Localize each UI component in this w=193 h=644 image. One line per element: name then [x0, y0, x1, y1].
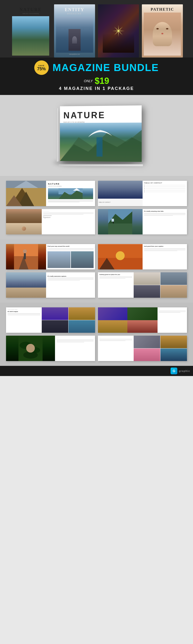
cover-entity-subtitle: MAGAZINE: [56, 13, 93, 14]
text-line: [99, 340, 125, 341]
text-line: [47, 279, 94, 280]
entity-row2: — It's really awesome capture looking go…: [6, 272, 187, 298]
ls-spread2-col2: [127, 308, 158, 333]
lifestyle-row2: —— —: [6, 336, 187, 361]
contact-line: [146, 185, 186, 185]
cover-nature-title: NATURE: [12, 7, 49, 12]
contact-bullet: [144, 192, 145, 192]
text-line: [144, 250, 177, 251]
spread1-subtitle: look at it, it is so amazing: [48, 185, 93, 187]
spread2-caption-text: TABLE OF CONTACT: [99, 202, 111, 203]
contact-item: [144, 192, 186, 192]
nature-spreads-section: NATURE look at it, it is so amazing: [0, 176, 193, 239]
magazine-3d-title: NATURE: [63, 110, 138, 120]
entity-metal-img: [161, 272, 187, 285]
text-line: [159, 310, 186, 311]
contact-line: [146, 190, 186, 190]
entity-text4: [99, 276, 132, 278]
ls2-page: —: [159, 308, 186, 310]
entity-heading4: looking good on place for you: [99, 274, 132, 276]
text-line: [43, 214, 94, 214]
entity-hiker-svg: [6, 244, 46, 270]
lifestyle-spread-2: —: [98, 308, 187, 333]
spread2-left: TABLE OF CONTACT: [98, 181, 143, 206]
cover-entity: ENTITY MAGAZINE www.graphicex.com: [54, 4, 95, 58]
text-line: [43, 214, 84, 214]
text-line: [144, 250, 186, 250]
cover-pathetic-title: PATHETIC: [144, 7, 181, 12]
text-line: [144, 214, 186, 215]
entity-heading2: look good then your caption: [144, 246, 186, 248]
cover-nature-image: [12, 16, 49, 56]
spread2-right-content: TABLE OF CONTACT: [143, 181, 187, 206]
contact-item: [144, 186, 186, 187]
ls-text-lines: [7, 313, 40, 315]
mockup-section: NATURE look at it, it is so amazing: [0, 95, 193, 176]
text-line: [144, 213, 186, 214]
ls4-img1: [134, 336, 160, 348]
lifestyle-spread1-text: Lorem ipsum dolor sit amet magna: [6, 308, 42, 333]
ls-blue-img: [68, 320, 95, 333]
price-row: ONLY $19: [84, 76, 109, 86]
text-line: [47, 249, 94, 250]
ls4-img-grid: [134, 336, 187, 361]
banner-top: SAVE 75% MAGAZINE BUNDLE: [34, 60, 159, 75]
text-line: [47, 248, 94, 249]
mountain-svg: [60, 122, 142, 162]
brand-icon-letter: G: [173, 369, 175, 373]
spread3-face-img: [6, 223, 42, 234]
footer-brand: G graphic: [168, 366, 193, 376]
entity-sunset-svg: [98, 244, 143, 270]
text-line: [99, 339, 132, 339]
contact-bullet: [144, 186, 145, 187]
nature-spread-1: NATURE look at it, it is so amazing: [6, 181, 95, 206]
contact-line: [146, 186, 186, 187]
spread1-left-img: [6, 181, 46, 206]
lifestyle-section: Lorem ipsum dolor sit amet magna: [0, 302, 193, 366]
text-line: [144, 215, 173, 216]
entity-img-sm2: [71, 251, 94, 268]
contact-item: [144, 190, 186, 191]
ls4-lines: [99, 339, 132, 341]
entity-heading3: It's really awesome capture: [47, 276, 94, 277]
text-line: [7, 314, 40, 314]
text-line: [56, 339, 94, 340]
magazine-3d: NATURE look at it, it is so amazing: [46, 101, 147, 169]
text-line: [7, 313, 40, 314]
only-label: ONLY: [84, 79, 93, 83]
text-line: [99, 276, 132, 277]
text-line: [144, 249, 186, 250]
ls-leaves-bg: [6, 336, 55, 361]
entity-portrait-img: [161, 285, 187, 298]
contact-items: [144, 184, 186, 192]
entity-sunset-img: [98, 244, 143, 270]
entity-mountain3-img: [6, 288, 46, 298]
ls-heading1: sit amet magna: [7, 311, 40, 313]
spread4-right-content: It's totally amazing view lake: [143, 209, 187, 234]
brand-text: graphic: [179, 370, 190, 372]
cover-entity-image: [56, 16, 93, 53]
spread2-caption: TABLE OF CONTACT: [98, 199, 143, 206]
ls-page-num: Lorem ipsum dolor: [7, 309, 40, 310]
lifestyle-spread-1: Lorem ipsum dolor sit amet magna: [6, 308, 95, 333]
spread2-landscape: [98, 181, 143, 199]
text-line: [43, 212, 94, 213]
text-line: [48, 201, 93, 202]
entity-img-grid4: [134, 272, 187, 298]
spread1-right-content: NATURE look at it, it is so amazing: [46, 181, 95, 206]
contact-line: [146, 188, 186, 189]
ls-spread2-col1: [98, 308, 127, 333]
lifestyle-spread-4: —: [98, 336, 187, 361]
ls-forest-img: [127, 308, 158, 320]
save-badge: SAVE 75%: [34, 60, 49, 75]
magazine-cover-content: NATURE look at it, it is so amazing: [60, 105, 142, 123]
entity-trailer-img: [134, 272, 160, 285]
banner-section: SAVE 75% MAGAZINE BUNDLE ONLY $19 4 MAGA…: [0, 58, 193, 95]
ls-tiger-img: [68, 308, 95, 320]
text-line: [144, 248, 186, 249]
text-line: [47, 280, 80, 280]
entity-spread-4: looking good on place for you: [98, 272, 187, 298]
spread4-lake-img: [98, 209, 143, 234]
contact-item: [144, 184, 186, 186]
portrait-thumb: [22, 226, 26, 231]
